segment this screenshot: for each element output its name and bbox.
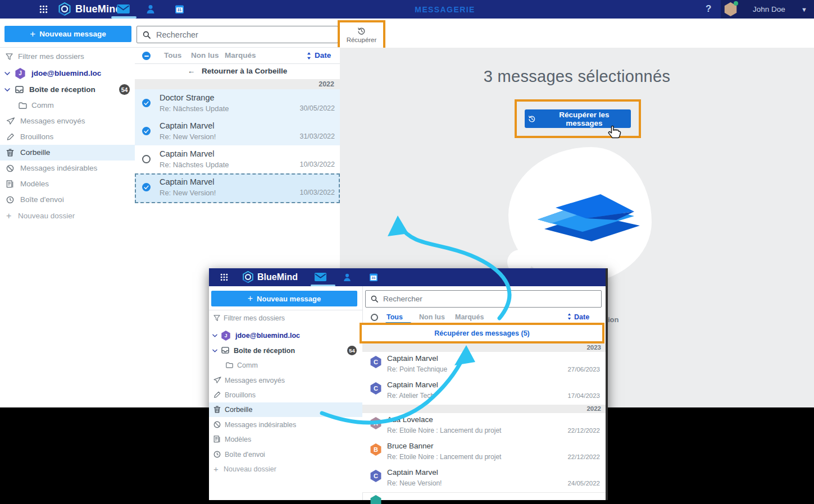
calendar-tab-icon <box>369 273 378 282</box>
new-folder-button: + Nouveau dossier <box>209 462 362 476</box>
block-icon <box>6 164 14 172</box>
select-all-checkbox-indeterminate[interactable] <box>142 52 151 60</box>
message-row: A Ada Lovelace Re: Etoile Noire : Lancem… <box>362 413 606 440</box>
recover-messages-row-highlighted: Récupérer des messages (5) <box>360 323 604 343</box>
select-all-checkbox <box>371 314 378 321</box>
contacts-tab-icon[interactable] <box>145 4 156 14</box>
message-row[interactable]: Captain Marvel Re: New Version! 31/03/20… <box>135 117 340 146</box>
sidebar-item-trash[interactable]: Corbeille <box>0 145 135 161</box>
search-box <box>137 26 338 43</box>
sender-avatar: C <box>370 382 382 395</box>
presence-dot <box>734 1 738 6</box>
sidebar-item-drafts[interactable]: Brouillons <box>0 129 135 145</box>
mail-tab-icon <box>315 273 326 281</box>
app-grid-icon <box>220 273 228 281</box>
search-icon <box>143 31 151 39</box>
recover-toolbar-highlight: Récupérer <box>338 20 385 50</box>
tab-unread[interactable]: Non lus <box>191 48 219 63</box>
folder-icon <box>19 102 27 109</box>
sort-arrows-icon <box>567 313 571 320</box>
list-header: Tous Non lus Marqués Date <box>135 48 340 64</box>
pencil-icon <box>213 391 221 398</box>
user-caret-down-icon[interactable]: ▼ <box>801 6 807 13</box>
history-restore-icon <box>357 27 366 35</box>
message-checkbox-checked[interactable] <box>142 127 151 135</box>
search-icon <box>371 295 378 303</box>
back-to-trash-button[interactable]: ← Retourner à la Corbeille <box>135 63 340 80</box>
year-section-header: 2022 <box>362 405 606 413</box>
paper-stack-illustration <box>532 184 644 250</box>
inset-navbar: BlueMind <box>209 268 606 286</box>
sidebar-account[interactable]: J jdoe@bluemind.loc <box>0 66 135 81</box>
brand-title: BlueMind <box>75 3 122 15</box>
recover-toolbar-button[interactable]: Récupérer <box>340 22 383 48</box>
mail-tab-icon[interactable] <box>117 4 130 13</box>
sidebar-account: J jdoe@bluemind.loc <box>209 328 362 343</box>
sidebar-item-templates[interactable]: Modèles <box>0 176 135 192</box>
sidebar-item-outbox[interactable]: Boîte d'envoi <box>0 192 135 208</box>
document-icon <box>6 180 13 188</box>
user-name[interactable]: John Doe <box>753 5 785 13</box>
sidebar-item-sent[interactable]: Messages envoyés <box>0 113 135 129</box>
trash-icon <box>213 406 221 413</box>
funnel-icon <box>6 53 13 60</box>
sidebar-item-comm[interactable]: Comm <box>0 98 135 113</box>
sidebar-item-inbox[interactable]: Boîte de réception 54 <box>0 82 135 98</box>
send-icon <box>213 377 221 383</box>
message-row-focused[interactable]: Captain Marvel Re: New Version! 10/03/20… <box>135 173 340 203</box>
chevron-down-icon <box>212 334 217 337</box>
sidebar-item-templates: Modèles <box>209 432 362 447</box>
plus-icon: + <box>248 294 253 304</box>
search-input[interactable] <box>155 30 338 40</box>
year-section-header: 2022 <box>135 79 340 89</box>
message-row: C Captain Marvel Re: Atelier Tech 17/04/… <box>362 378 606 405</box>
message-checkbox-checked[interactable] <box>142 99 151 107</box>
bluemind-logo-icon <box>242 271 254 283</box>
new-folder-button[interactable]: + Nouveau dossier <box>0 208 135 224</box>
sidebar-item-trash: Corbeille <box>209 402 362 417</box>
message-checkbox-unchecked[interactable] <box>142 155 151 163</box>
new-message-button[interactable]: + Nouveau message <box>4 26 131 42</box>
filter-folders[interactable]: Filtrer mes dossiers <box>0 49 135 65</box>
unread-badge: 54 <box>347 346 357 355</box>
message-checkbox-checked[interactable] <box>142 183 151 191</box>
help-icon[interactable]: ? <box>706 3 711 15</box>
new-message-button: + Nouveau message <box>211 291 357 306</box>
account-avatar: J <box>15 68 26 79</box>
sender-avatar: C <box>370 356 382 368</box>
divider <box>209 310 362 310</box>
send-icon <box>6 117 15 125</box>
inbox-icon <box>15 86 24 93</box>
message-row: C Captain Marvel Re: Neue Version! 24/05… <box>362 466 606 493</box>
search-box <box>365 290 602 308</box>
sort-by-date[interactable]: Date <box>315 48 331 63</box>
selection-heading: 3 messages sélectionnés <box>340 67 814 86</box>
message-row[interactable]: Captain Marvel Re: Nächstes Update 10/03… <box>135 145 340 174</box>
filter-folders: Filtrer mes dossiers <box>209 311 362 326</box>
tab-flagged[interactable]: Marqués <box>225 48 256 63</box>
plus-icon: + <box>213 462 219 476</box>
year-section-header: 2023 <box>362 343 606 352</box>
chevron-down-icon[interactable] <box>4 88 10 91</box>
brand-title: BlueMind <box>257 272 298 282</box>
sidebar-item-junk[interactable]: Messages indésirables <box>0 161 135 176</box>
message-row[interactable]: Doctor Strange Re: Nächstes Update 30/05… <box>135 89 340 118</box>
folder-icon <box>226 362 233 368</box>
pencil-icon <box>6 133 15 141</box>
sender-avatar: B <box>370 443 382 456</box>
calendar-tab-icon[interactable] <box>175 4 184 14</box>
bluemind-logo-icon <box>57 2 72 16</box>
search-input <box>382 294 601 304</box>
sort-arrows-icon[interactable] <box>307 52 311 59</box>
plus-icon: + <box>30 29 35 40</box>
chevron-down-icon <box>212 349 217 352</box>
app-grid-icon[interactable] <box>39 5 48 13</box>
tab-all[interactable]: Tous <box>164 48 181 63</box>
folder-sidebar: Filtrer mes dossiers J jdoe@bluemind.loc… <box>0 48 135 407</box>
top-navbar: BlueMind MESSAGERIE ? John Doe ▼ <box>0 0 814 19</box>
chevron-down-icon[interactable] <box>4 72 10 75</box>
clipped-text-fragment: ion <box>608 315 619 324</box>
clock-icon <box>6 196 14 204</box>
clock-icon <box>213 451 221 458</box>
page-title: MESSAGERIE <box>415 5 475 14</box>
